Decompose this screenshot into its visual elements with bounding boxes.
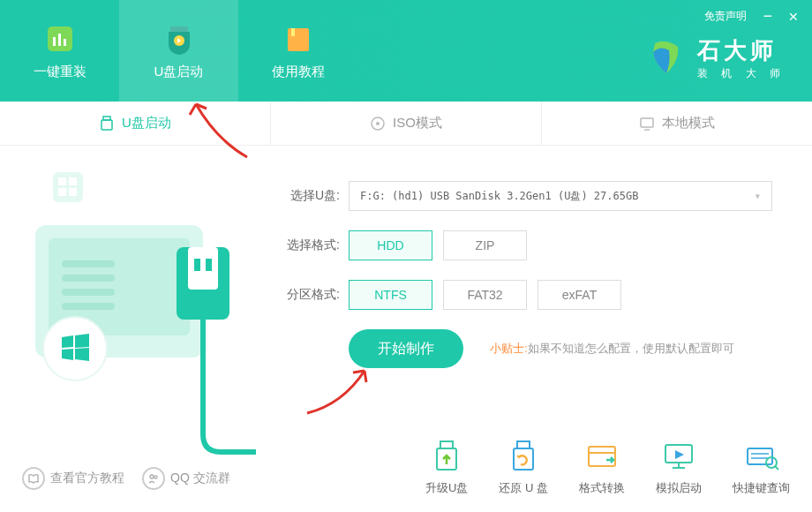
tool-label: 还原 U 盘	[499, 480, 548, 496]
format-convert-icon	[583, 438, 620, 475]
option-fat32[interactable]: FAT32	[443, 280, 527, 310]
link-label: QQ 交流群	[170, 471, 230, 486]
svg-rect-16	[58, 188, 66, 196]
tool-format-convert[interactable]: 格式转换	[579, 438, 625, 496]
sub-tabs: U盘启动 ISO模式 本地模式	[0, 102, 812, 146]
nav-tab-label: U盘启动	[154, 64, 204, 80]
sub-tab-label: ISO模式	[393, 115, 442, 132]
label-select-format: 选择格式:	[274, 237, 340, 253]
svg-rect-33	[589, 447, 615, 466]
svg-rect-8	[102, 120, 112, 130]
svg-rect-38	[748, 448, 772, 464]
book-open-icon	[22, 467, 45, 490]
svg-rect-28	[206, 259, 212, 271]
svg-point-44	[154, 476, 157, 478]
link-qq-group[interactable]: QQ 交流群	[142, 467, 230, 490]
svg-rect-1	[53, 37, 56, 46]
brand-title: 石大师	[697, 35, 786, 66]
svg-rect-6	[291, 28, 295, 36]
nav-tab-label: 使用教程	[272, 64, 325, 80]
close-button[interactable]: ✕	[788, 10, 799, 24]
svg-point-10	[376, 122, 380, 125]
bar-chart-icon	[42, 21, 78, 56]
tool-hotkey-lookup[interactable]: 快捷键查询	[733, 438, 790, 496]
svg-rect-13	[53, 172, 83, 202]
tool-simulate-boot[interactable]: 模拟启动	[656, 438, 702, 496]
sub-tab-local[interactable]: 本地模式	[542, 102, 812, 145]
link-label: 查看官方教程	[50, 471, 124, 486]
svg-rect-23	[62, 303, 115, 310]
brand-subtitle: 装 机 大 师	[697, 66, 786, 81]
svg-line-42	[775, 466, 778, 470]
tool-label: 格式转换	[579, 480, 625, 496]
svg-rect-27	[194, 259, 200, 271]
nav-tab-label: 一键重装	[34, 64, 86, 80]
hotkey-icon	[743, 438, 780, 475]
disclaimer-link[interactable]: 免责声明	[704, 9, 747, 24]
svg-point-43	[150, 475, 154, 478]
option-hdd[interactable]: HDD	[349, 230, 432, 260]
label-partition-format: 分区格式:	[274, 287, 340, 303]
svg-rect-21	[62, 275, 115, 282]
svg-rect-32	[514, 448, 533, 470]
bottom-tools: 升级U盘 还原 U 盘 格式转换 模拟启动 快捷键查询	[425, 438, 790, 496]
chevron-down-icon: ▾	[755, 190, 761, 202]
svg-rect-20	[62, 260, 115, 267]
illustration	[0, 146, 265, 512]
main-nav: 一键重装 U盘启动 使用教程	[0, 0, 357, 102]
restore-usb-icon	[505, 438, 542, 475]
iso-icon	[370, 116, 386, 132]
sub-tab-label: U盘启动	[122, 115, 171, 132]
svg-rect-17	[69, 188, 77, 196]
svg-rect-29	[440, 441, 453, 448]
sub-tab-usb[interactable]: U盘启动	[0, 102, 271, 145]
nav-tab-reinstall[interactable]: 一键重装	[0, 0, 119, 102]
svg-rect-31	[517, 441, 530, 448]
usb-shield-icon	[162, 21, 197, 56]
nav-tab-tutorial[interactable]: 使用教程	[238, 0, 357, 102]
tool-restore-usb[interactable]: 还原 U 盘	[499, 438, 548, 496]
start-button[interactable]: 开始制作	[349, 329, 463, 368]
monitor-icon	[639, 116, 655, 132]
svg-rect-2	[58, 34, 61, 46]
tool-upgrade-usb[interactable]: 升级U盘	[425, 438, 468, 496]
tool-label: 模拟启动	[656, 480, 702, 496]
people-icon	[142, 467, 165, 490]
svg-rect-14	[58, 177, 66, 185]
svg-rect-15	[69, 177, 77, 185]
option-zip[interactable]: ZIP	[443, 230, 527, 260]
app-header: 免责声明 − ✕ 一键重装 U盘启动 使用教程 石大师 装 机 大 师	[0, 0, 812, 102]
svg-rect-5	[288, 28, 309, 51]
logo-icon	[644, 36, 688, 80]
tool-label: 升级U盘	[425, 480, 468, 496]
window-controls: 免责声明 − ✕	[704, 7, 799, 26]
simulate-boot-icon	[660, 438, 697, 475]
tool-label: 快捷键查询	[733, 480, 790, 496]
option-exfat[interactable]: exFAT	[538, 280, 621, 310]
usb-icon	[99, 116, 115, 132]
label-select-udisk: 选择U盘:	[274, 188, 340, 204]
minimize-button[interactable]: −	[763, 7, 772, 26]
svg-rect-3	[64, 39, 66, 46]
link-official-tutorial[interactable]: 查看官方教程	[22, 467, 124, 490]
nav-tab-usb[interactable]: U盘启动	[119, 0, 238, 102]
upgrade-usb-icon	[428, 438, 465, 475]
svg-rect-11	[641, 118, 653, 127]
tip-label: 小贴士:	[490, 342, 528, 355]
brand: 石大师 装 机 大 师	[644, 35, 786, 81]
select-udisk[interactable]: F:G: (hd1) USB SanDisk 3.2Gen1 (U盘) 27.6…	[349, 181, 772, 211]
bottom-left-links: 查看官方教程 QQ 交流群	[22, 467, 230, 490]
book-icon	[281, 21, 316, 56]
select-udisk-value: F:G: (hd1) USB SanDisk 3.2Gen1 (U盘) 27.6…	[360, 189, 638, 204]
sub-tab-label: 本地模式	[662, 115, 715, 132]
svg-rect-26	[188, 247, 218, 290]
option-ntfs[interactable]: NTFS	[349, 280, 432, 310]
sub-tab-iso[interactable]: ISO模式	[271, 102, 542, 145]
tip: 小贴士:如果不知道怎么配置，使用默认配置即可	[490, 341, 734, 357]
tip-text: 如果不知道怎么配置，使用默认配置即可	[528, 342, 734, 355]
svg-rect-22	[62, 289, 115, 296]
